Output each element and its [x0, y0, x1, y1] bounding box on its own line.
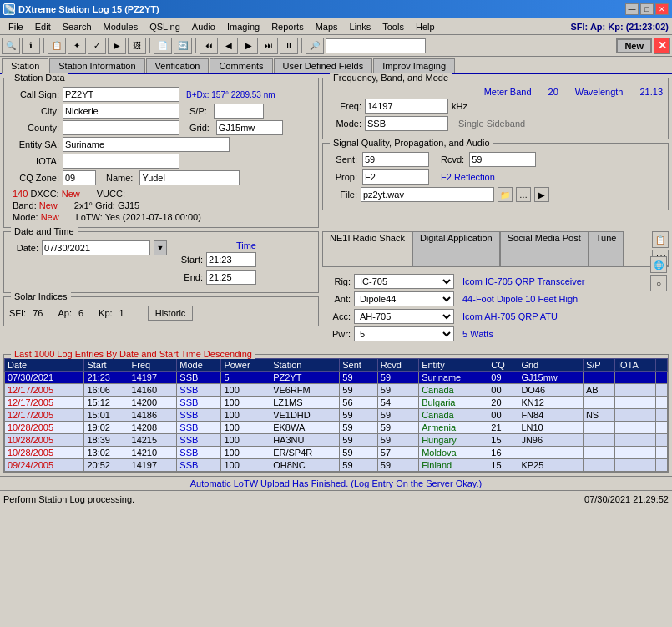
col-entity[interactable]: Entity — [419, 359, 488, 372]
tab-user-fields[interactable]: User Defined Fields — [274, 58, 373, 73]
sp-input[interactable] — [214, 104, 264, 119]
col-date[interactable]: Date — [5, 359, 84, 372]
table-row[interactable]: 12/17/200516:0614160SSB100VE6RFM5959Cana… — [5, 384, 668, 397]
col-iota[interactable]: IOTA — [614, 359, 655, 372]
radio-tab-digital[interactable]: Digital Application — [412, 231, 500, 266]
toolbar-refresh-btn[interactable]: 🔄 — [174, 38, 192, 54]
tab-station-info[interactable]: Station Information — [49, 58, 144, 73]
toolbar-arrow-btn[interactable]: ▶ — [108, 38, 126, 54]
name-input[interactable] — [139, 170, 240, 185]
menu-tools[interactable]: Tools — [377, 21, 409, 33]
new-button[interactable]: New — [616, 38, 652, 53]
window-close-button[interactable]: ✕ — [655, 3, 669, 15]
toolbar-pause-btn[interactable]: ⏸ — [280, 38, 298, 54]
log-container[interactable]: Date Start Freq Mode Power Station Sent … — [4, 358, 668, 472]
entity-sa-input[interactable] — [63, 137, 230, 152]
col-station[interactable]: Station — [270, 359, 340, 372]
toolbar-search-btn[interactable]: 🔍 — [2, 38, 20, 54]
menu-file[interactable]: File — [3, 21, 28, 33]
toolbar-nav3-btn[interactable]: ▶ — [240, 38, 258, 54]
freq-input[interactable] — [365, 99, 448, 114]
table-row[interactable]: 12/17/200515:1214200SSB100LZ1MS5654Bulga… — [5, 397, 668, 409]
menu-search[interactable]: Search — [58, 21, 97, 33]
toolbar-nav1-btn[interactable]: ⏮ — [200, 38, 218, 54]
col-sent[interactable]: Sent — [340, 359, 378, 372]
sent-input[interactable] — [362, 152, 429, 167]
table-row[interactable]: 10/28/200513:0214210SSB100ER/SP4R5957Mol… — [5, 447, 668, 459]
start-input[interactable] — [206, 252, 256, 267]
city-input[interactable] — [63, 104, 179, 119]
table-row[interactable]: 12/17/200515:0114186SSB100VE1DHD5959Cana… — [5, 409, 668, 422]
end-input[interactable] — [206, 270, 256, 285]
rig-select[interactable]: IC-705 — [354, 274, 454, 289]
toolbar-img-btn[interactable]: 🖼 — [128, 38, 146, 54]
table-row[interactable]: 09/24/200520:5214197SSB100OH8NC5959Finla… — [5, 459, 668, 472]
prop-input[interactable] — [362, 169, 429, 185]
col-sp[interactable]: S/P — [583, 359, 614, 372]
toolbar-nav4-btn[interactable]: ⏭ — [260, 38, 278, 54]
file-play-btn[interactable]: ▶ — [534, 187, 549, 202]
table-row[interactable]: 10/28/200518:3914215SSB100HA3NU5959Hunga… — [5, 434, 668, 447]
menu-maps[interactable]: Maps — [311, 21, 343, 33]
historic-button[interactable]: Historic — [148, 306, 194, 321]
globe-btn[interactable]: 🌐 — [650, 256, 667, 273]
date-input[interactable] — [42, 240, 150, 255]
menu-imaging[interactable]: Imaging — [222, 21, 265, 33]
cell-power: 5 — [221, 372, 270, 384]
col-power[interactable]: Power — [221, 359, 270, 372]
menu-edit[interactable]: Edit — [30, 21, 56, 33]
minimize-button[interactable]: — — [625, 3, 639, 15]
toolbar-check-btn[interactable]: ✓ — [88, 38, 106, 54]
callsign-input[interactable] — [63, 87, 179, 102]
cq-zone-input[interactable] — [63, 170, 96, 185]
col-start[interactable]: Start — [84, 359, 129, 372]
table-row[interactable]: 10/28/200519:0214208SSB100EK8WA5959Armen… — [5, 422, 668, 434]
menu-modules[interactable]: Modules — [99, 21, 144, 33]
file-dots-btn[interactable]: … — [516, 187, 531, 202]
menu-audio[interactable]: Audio — [187, 21, 220, 33]
col-mode[interactable]: Mode — [177, 359, 221, 372]
toolbar-search2-btn[interactable]: 🔎 — [306, 38, 324, 54]
menu-help[interactable]: Help — [411, 21, 440, 33]
toolbar-info-btn[interactable]: ℹ — [22, 38, 40, 54]
mode-input[interactable] — [365, 116, 448, 131]
menu-links[interactable]: Links — [345, 21, 376, 33]
col-freq[interactable]: Freq — [129, 359, 177, 372]
toolbar-search-input[interactable] — [326, 38, 426, 53]
table-row[interactable]: 07/30/202121:2314197SSB5PZ2YT5959Surinam… — [5, 372, 668, 384]
tab-verification[interactable]: Verification — [146, 58, 210, 73]
col-cq[interactable]: CQ — [488, 359, 518, 372]
tab-comments[interactable]: Comments — [210, 58, 272, 73]
rcvd-input[interactable] — [469, 152, 536, 167]
file-input[interactable] — [361, 187, 494, 202]
col-rcvd[interactable]: Rcvd — [377, 359, 418, 372]
menu-qsling[interactable]: QSLing — [144, 21, 185, 33]
date-dropdown-btn[interactable]: ▼ — [154, 240, 167, 255]
col-grid[interactable]: Grid — [518, 359, 584, 372]
dxcc-info: 140 DXCC: New VUCC: Band: New 2x1° Grid:… — [13, 189, 313, 222]
file-browse-btn[interactable]: 📁 — [498, 187, 513, 202]
toolbar-copy-btn[interactable]: 📋 — [48, 38, 66, 54]
ant-select[interactable]: Dipole44 — [354, 291, 454, 306]
toolbar-doc-btn[interactable]: 📄 — [154, 38, 172, 54]
toolbar-nav2-btn[interactable]: ◀ — [220, 38, 238, 54]
maximize-button[interactable]: □ — [640, 3, 654, 15]
name-label: Name: — [106, 173, 133, 183]
toolbar-close-button[interactable]: ✕ — [654, 38, 670, 54]
grid-input[interactable] — [216, 120, 283, 135]
menu-reports[interactable]: Reports — [266, 21, 309, 33]
radio-tab-social[interactable]: Social Media Post — [500, 231, 589, 266]
pwr-select[interactable]: 5 — [354, 326, 454, 341]
cell-station: LZ1MS — [270, 397, 340, 409]
county-input[interactable] — [63, 120, 179, 135]
toolbar-star-btn[interactable]: ✦ — [68, 38, 86, 54]
side-btn-1[interactable]: 📋 — [652, 231, 669, 248]
circle-btn[interactable]: ○ — [650, 275, 667, 291]
cell-grid: DO46 — [518, 384, 584, 397]
acc-select[interactable]: AH-705 — [354, 309, 454, 324]
iota-input[interactable] — [63, 154, 179, 169]
tab-improv-imaging[interactable]: Improv Imaging — [373, 58, 455, 73]
radio-tab-tune[interactable]: Tune — [589, 231, 624, 266]
radio-tab-ne1i[interactable]: NE1I Radio Shack — [322, 231, 412, 266]
cq-zone-label: CQ Zone: — [9, 173, 59, 183]
